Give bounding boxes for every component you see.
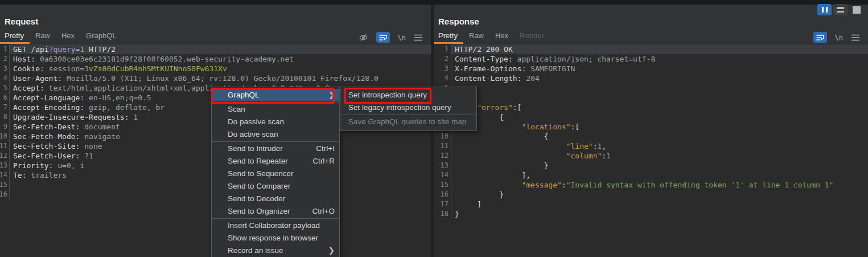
menu-item-label: Send to Sequencer <box>228 168 294 180</box>
hamburger-menu-icon[interactable] <box>851 32 860 43</box>
layout-rows-button[interactable] <box>833 4 848 15</box>
request-tab-bar: PrettyRawHexGraphQL\n <box>0 27 431 44</box>
menu-item-set-legacy-introspection-query[interactable]: Set legacy introspection query <box>340 101 476 114</box>
menu-item-show-response-in-browser[interactable]: Show response in browser <box>212 232 339 244</box>
line-content: "line":1, <box>451 141 868 151</box>
line-content: ], <box>451 170 868 180</box>
line-number: 3 <box>434 64 451 74</box>
menu-item-send-to-organizer[interactable]: Send to OrganizerCtrl+O <box>212 205 339 218</box>
code-line: 16 } <box>434 190 868 199</box>
tab-raw[interactable]: Raw <box>463 28 489 44</box>
hamburger-menu-icon[interactable] <box>414 32 423 43</box>
menu-item-label: Show response in browser <box>228 232 318 244</box>
response-toolbar: \n <box>813 32 868 43</box>
newline-icon[interactable]: \n <box>835 32 843 43</box>
line-content: Cookie: session=3vZs00dCubR4nhSMtKUINnoS… <box>10 64 431 74</box>
window-controls <box>817 4 863 15</box>
menu-item-send-to-repeater[interactable]: Send to RepeaterCtrl+R <box>212 155 339 168</box>
menu-item-label: GraphQL <box>228 89 260 101</box>
code-line: 2Content-Type: application/json; charset… <box>434 54 868 64</box>
line-content: Content-Type: application/json; charset=… <box>451 54 868 64</box>
newline-icon[interactable]: \n <box>398 32 406 43</box>
line-number: 6 <box>0 93 10 103</box>
menu-item-send-to-sequencer[interactable]: Send to Sequencer <box>212 168 339 180</box>
code-line: 9 "locations":[ <box>434 122 868 132</box>
code-line: 17 ] <box>434 199 868 209</box>
tab-hex[interactable]: Hex <box>489 28 514 44</box>
line-number: 15 <box>434 180 451 190</box>
top-strip <box>0 0 868 5</box>
line-content: Host: 0a6300ce03e6c23181d9f28f00f60052.w… <box>10 54 431 64</box>
submenu-chevron-icon: ❯ <box>328 89 335 101</box>
code-line: 11 "line":1, <box>434 141 868 151</box>
tab-render: Render <box>514 28 550 44</box>
line-number: 11 <box>434 141 451 151</box>
tab-raw[interactable]: Raw <box>30 28 56 44</box>
code-line: 14 ], <box>434 170 868 180</box>
menu-item-do-active-scan[interactable]: Do active scan <box>212 128 339 141</box>
menu-item-shortcut: Ctrl+I <box>306 142 335 155</box>
code-line: 1HTTP/2 200 OK <box>434 44 868 54</box>
eye-off-icon[interactable] <box>359 32 368 43</box>
code-line: 3X-Frame-Options: SAMEORIGIN <box>434 64 868 74</box>
menu-item-send-to-intruder[interactable]: Send to IntruderCtrl+I <box>212 142 339 155</box>
response-editor[interactable]: 1HTTP/2 200 OK2Content-Type: application… <box>434 44 868 257</box>
line-content: } <box>451 190 868 199</box>
pause-button[interactable] <box>817 4 832 15</box>
context-menu: GraphQL❯ScanDo passive scanDo active sca… <box>211 87 340 257</box>
code-line: 2Host: 0a6300ce03e6c23181d9f28f00f60052.… <box>0 54 431 64</box>
word-wrap-icon[interactable] <box>813 32 827 43</box>
menu-item-record-an-issue[interactable]: Record an issue❯ <box>212 244 339 257</box>
code-line: 4User-Agent: Mozilla/5.0 (X11; Linux x86… <box>0 74 431 83</box>
line-number: 14 <box>434 170 451 180</box>
code-line: 8 { <box>434 112 868 122</box>
menu-item-scan[interactable]: Scan <box>212 103 339 116</box>
menu-item-send-to-comparer[interactable]: Send to Comparer <box>212 180 339 193</box>
code-line: 4Content-Length: 204 <box>434 74 868 83</box>
tab-pretty[interactable]: Pretty <box>0 28 30 44</box>
tab-hex[interactable]: Hex <box>56 28 80 44</box>
line-number: 5 <box>0 83 10 93</box>
line-number: 3 <box>0 64 10 74</box>
line-content: { <box>451 112 868 122</box>
menu-item-shortcut: Ctrl+O <box>302 205 335 218</box>
line-number: 8 <box>0 112 10 122</box>
line-content: GET /api?query=1 HTTP/2 <box>10 44 431 54</box>
burp-message-editor: Request PrettyRawHexGraphQL\n 1GET /api?… <box>0 0 868 257</box>
line-number: 13 <box>0 161 10 170</box>
menu-item-label: Do passive scan <box>228 116 284 128</box>
menu-item-label: Send to Repeater <box>228 155 288 168</box>
line-content: ] <box>451 199 868 209</box>
menu-item-label: Send to Intruder <box>228 142 283 155</box>
menu-item-graphql[interactable]: GraphQL❯ <box>212 89 339 101</box>
code-line: 6{ <box>434 93 868 103</box>
code-line: 13 } <box>434 161 868 170</box>
line-number: 1 <box>434 44 451 54</box>
response-title: Response <box>434 5 868 27</box>
menu-item-set-introspection-query[interactable]: Set introspection query <box>340 89 476 101</box>
line-content: HTTP/2 200 OK <box>451 44 868 54</box>
line-number: 14 <box>0 170 10 180</box>
menu-item-do-passive-scan[interactable]: Do passive scan <box>212 116 339 128</box>
line-number: 16 <box>434 190 451 199</box>
menu-item-insert-collaborator-payload[interactable]: Insert Collaborator payload <box>212 219 339 232</box>
line-content: } <box>451 161 868 170</box>
menu-item-send-to-decoder[interactable]: Send to Decoder <box>212 193 339 205</box>
line-number: 2 <box>0 54 10 64</box>
code-line: 10 { <box>434 132 868 141</box>
code-line: 7 "errors":[ <box>434 103 868 112</box>
menu-separator <box>212 218 339 219</box>
word-wrap-icon[interactable] <box>376 32 390 43</box>
maximize-panel-button[interactable] <box>849 4 863 15</box>
menu-item-label: Send to Decoder <box>228 193 285 205</box>
line-number: 12 <box>0 151 10 161</box>
line-number: 13 <box>434 161 451 170</box>
menu-separator <box>341 115 476 115</box>
response-panel: Response PrettyRawHexRender\n 1HTTP/2 20… <box>434 5 868 257</box>
line-content: Content-Length: 204 <box>451 74 868 83</box>
line-content: X-Frame-Options: SAMEORIGIN <box>451 64 868 74</box>
tab-pretty[interactable]: Pretty <box>434 28 463 44</box>
line-content: { <box>451 93 868 103</box>
tab-graphql[interactable]: GraphQL <box>80 28 122 44</box>
line-number: 15 <box>0 180 10 190</box>
